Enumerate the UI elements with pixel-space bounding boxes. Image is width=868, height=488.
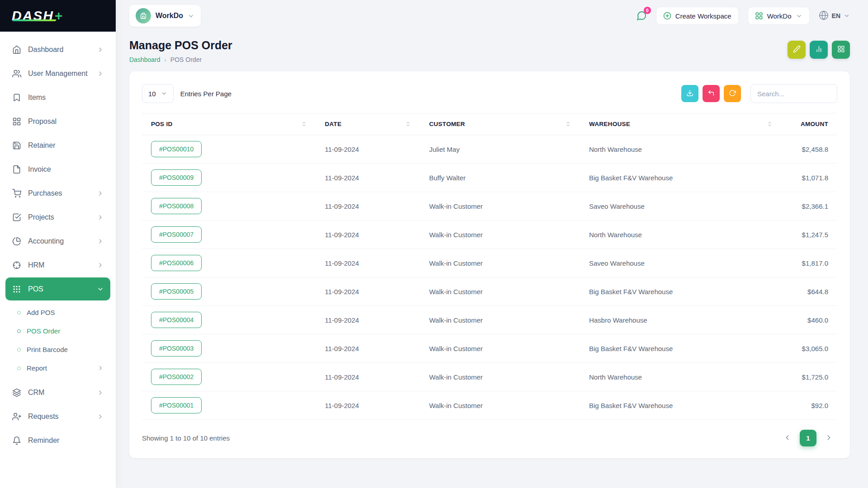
sidebar-item-items[interactable]: Items [5,86,110,109]
column-header-warehouse[interactable]: WAREHOUSE [580,113,782,135]
chevron-down-icon [97,286,104,293]
pos-id-badge[interactable]: #POS00004 [151,312,202,328]
pos-id-badge[interactable]: #POS00007 [151,226,202,243]
breadcrumb-dashboard-link[interactable]: Dashboard [129,56,160,63]
crosshair-icon [12,260,22,270]
date-cell: 11-09-2024 [316,391,420,420]
undo-button[interactable] [703,85,720,102]
table-row[interactable]: #POS00009 11-09-2024 Buffy Walter Big Ba… [142,164,837,192]
sort-icon [301,121,307,127]
sidebar-subitem-label: POS Order [27,327,60,335]
sidebar-item-invoice[interactable]: Invoice [5,158,110,181]
sort-icon [565,121,571,127]
pos-id-badge[interactable]: #POS00005 [151,283,202,300]
entries-per-page-select[interactable]: 10 [142,84,174,103]
table-row[interactable]: #POS00010 11-09-2024 Juliet May North Wa… [142,135,837,164]
column-header-customer[interactable]: CUSTOMER [420,113,580,135]
sidebar-item-dashboard[interactable]: Dashboard [5,38,110,61]
workspace-name: WorkDo [156,12,183,20]
next-page-button[interactable] [821,430,837,446]
chevron-down-icon [796,13,802,19]
date-cell: 11-09-2024 [316,249,420,277]
sidebar-item-retainer[interactable]: Retainer [5,134,110,157]
pos-id-badge[interactable]: #POS00003 [151,340,202,357]
previous-page-button[interactable] [779,430,796,446]
create-workspace-button[interactable]: Create Workspace [656,7,739,25]
topbar-right-group: 0 Create Workspace WorkDo EN [636,7,850,25]
pencil-icon [793,45,801,54]
pos-id-badge[interactable]: #POS00006 [151,255,202,271]
table-header-row: POS ID DATE CUSTOMER WAREHOUSE [142,113,837,135]
pos-report-button[interactable] [810,41,828,59]
column-label: CUSTOMER [429,121,465,127]
chevron-down-icon [161,90,167,97]
table-row[interactable]: #POS00004 11-09-2024 Walk-in Customer Ha… [142,306,837,334]
table-row[interactable]: #POS00008 11-09-2024 Walk-in Customer Sa… [142,192,837,221]
table-row[interactable]: #POS00007 11-09-2024 Walk-in Customer No… [142,221,837,249]
sidebar-item-label: Purchases [28,189,90,197]
table-row[interactable]: #POS00002 11-09-2024 Walk-in Customer No… [142,363,837,391]
workspace-menu-button[interactable]: WorkDo [748,7,810,25]
amount-cell: $1,725.0 [782,363,837,391]
workspace-menu-label: WorkDo [767,12,792,20]
sidebar-item-proposal[interactable]: Proposal [5,110,110,133]
workspace-switcher[interactable]: WorkDo [129,5,201,27]
warehouse-cell: Hasbro Warehouse [580,306,782,334]
sidebar-item-label: HRM [28,261,90,269]
sidebar-item-reminder[interactable]: Reminder [5,429,110,452]
app-logo[interactable]: DASH + [12,8,63,23]
grid-dots-icon [12,284,22,294]
sidebar-item-user-management[interactable]: User Management [5,62,110,85]
sidebar-item-crm[interactable]: CRM [5,381,110,404]
sidebar-item-label: Reminder [28,436,104,445]
column-header-amount[interactable]: AMOUNT [782,113,837,135]
add-pos-button[interactable] [832,41,850,59]
sidebar-item-label: Retainer [28,141,104,150]
page-number-button[interactable]: 1 [800,430,816,446]
pos-id-badge[interactable]: #POS00010 [151,141,202,157]
column-header-pos-id[interactable]: POS ID [142,113,316,135]
warehouse-cell: Big Basket F&V Warehouse [580,334,782,363]
search-input[interactable] [750,84,837,103]
users-icon [12,69,22,79]
sidebar-item-accounting[interactable]: Accounting [5,230,110,253]
pos-id-badge[interactable]: #POS00009 [151,169,202,186]
edit-pos-button[interactable] [788,41,806,59]
language-selector[interactable]: EN [819,10,850,22]
amount-cell: $2,458.8 [782,135,837,164]
pos-id-cell: #POS00007 [142,221,316,249]
grid-icon [755,12,763,20]
pos-id-badge[interactable]: #POS00001 [151,397,202,413]
sidebar-item-pos[interactable]: POS [5,277,110,300]
sidebar-subitem-report[interactable]: Report [5,359,110,377]
sidebar-item-hrm[interactable]: HRM [5,253,110,277]
sidebar-item-purchases[interactable]: Purchases [5,182,110,205]
sidebar-item-label: POS [28,285,90,293]
sidebar-item-label: Invoice [28,165,104,174]
date-cell: 11-09-2024 [316,363,420,391]
table-row[interactable]: #POS00006 11-09-2024 Walk-in Customer Sa… [142,249,837,277]
refresh-button[interactable] [724,85,741,102]
sidebar-subitem-pos-order[interactable]: POS Order [5,322,110,340]
table-row[interactable]: #POS00005 11-09-2024 Walk-in Customer Bi… [142,277,837,306]
entries-summary: Showing 1 to 10 of 10 entries [142,434,230,442]
sidebar-subitem-label: Print Barcode [27,346,68,353]
grid-icon [837,45,845,54]
table-row[interactable]: #POS00001 11-09-2024 Walk-in Customer Bi… [142,391,837,420]
export-button[interactable] [681,85,698,102]
table-row[interactable]: #POS00003 11-09-2024 Walk-in Customer Bi… [142,334,837,363]
date-cell: 11-09-2024 [316,192,420,221]
dot-icon [17,329,21,333]
sidebar-subitem-print-barcode[interactable]: Print Barcode [5,340,110,359]
pos-id-badge[interactable]: #POS00002 [151,369,202,385]
sidebar-item-projects[interactable]: Projects [5,206,110,229]
pos-id-badge[interactable]: #POS00008 [151,198,202,214]
sidebar-item-requests[interactable]: Requests [5,405,110,428]
pos-orders-table: POS ID DATE CUSTOMER WAREHOUSE [142,113,837,420]
messages-button[interactable]: 0 [636,10,647,21]
check-square-icon [12,212,22,222]
column-header-date[interactable]: DATE [316,113,420,135]
dot-icon [17,348,21,352]
chevron-right-icon [97,238,104,245]
sidebar-subitem-add-pos[interactable]: Add POS [5,303,110,322]
